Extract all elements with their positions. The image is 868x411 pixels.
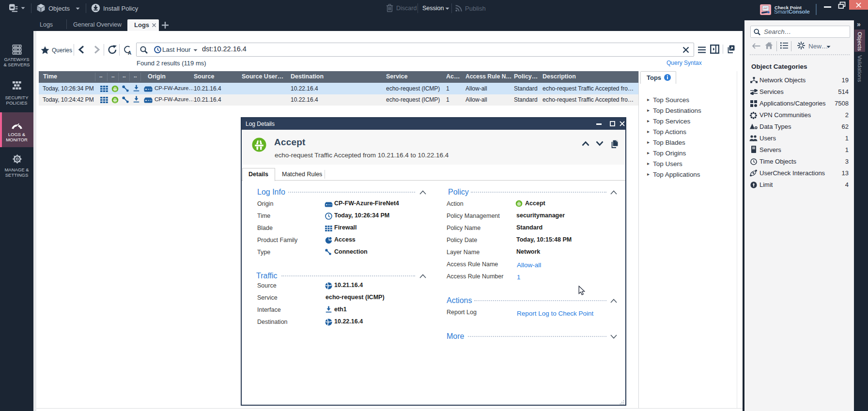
svg-text:A: A <box>128 50 131 55</box>
